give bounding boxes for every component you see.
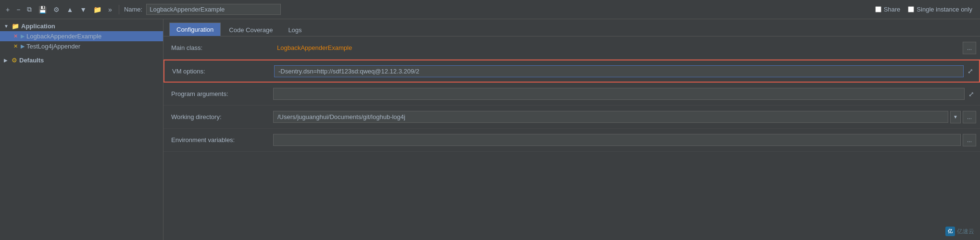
- working-dir-dropdown-button[interactable]: ▼: [950, 111, 961, 123]
- program-args-field: ⤢: [269, 86, 980, 102]
- share-label: Share: [884, 6, 901, 13]
- sidebar: ▼ 📁 Application ✕ ▶ LogbackAppenderExamp…: [0, 19, 163, 240]
- watermark-text: 亿速云: [957, 228, 974, 236]
- single-instance-label: Single instance only: [917, 6, 972, 13]
- working-dir-label: Working directory:: [163, 109, 269, 124]
- folder-button[interactable]: 📁: [91, 5, 103, 14]
- single-instance-checkbox[interactable]: [908, 6, 914, 12]
- gear-icon: ⚙: [12, 57, 17, 64]
- vm-options-input[interactable]: [274, 65, 964, 77]
- toolbar-separator: [119, 5, 119, 14]
- working-dir-input[interactable]: [273, 111, 948, 123]
- file-icon: ▶: [21, 33, 25, 39]
- down-button[interactable]: ▼: [78, 5, 88, 14]
- more-button[interactable]: »: [106, 5, 114, 14]
- remove-button[interactable]: −: [14, 5, 22, 14]
- tab-configuration[interactable]: Configuration: [169, 23, 221, 36]
- name-section: Name:: [124, 4, 872, 15]
- vm-options-row: VM options: ⤢: [163, 60, 980, 83]
- expand-icon: ▼: [4, 24, 10, 29]
- tab-code-coverage[interactable]: Code Coverage: [222, 23, 280, 36]
- sidebar-item-testlog4j[interactable]: ✕ ▶ TestLog4jAppender: [0, 41, 163, 51]
- watermark: 亿 亿速云: [945, 227, 974, 236]
- env-vars-field: ...: [269, 132, 980, 148]
- defaults-label: Defaults: [19, 57, 44, 64]
- save-button[interactable]: 💾: [37, 5, 49, 14]
- up-button[interactable]: ▲: [64, 5, 75, 14]
- share-checkbox[interactable]: [875, 6, 881, 12]
- sidebar-item-defaults[interactable]: ▶ ⚙ Defaults: [0, 55, 163, 65]
- testlog4j-item-label: TestLog4jAppender: [26, 43, 80, 50]
- working-dir-field: ▼ ...: [269, 109, 980, 125]
- copy-button[interactable]: ⧉: [25, 4, 34, 14]
- main-class-label: Main class:: [163, 40, 269, 55]
- program-args-expand-button[interactable]: ⤢: [967, 89, 976, 99]
- working-dir-row: Working directory: ▼ ...: [163, 106, 980, 129]
- main-content: ▼ 📁 Application ✕ ▶ LogbackAppenderExamp…: [0, 19, 980, 240]
- warning-badge: ✕: [13, 43, 18, 49]
- right-panel: Configuration Code Coverage Logs Main cl…: [163, 19, 980, 240]
- env-vars-label: Environment variables:: [163, 132, 269, 147]
- expand-icon2: ▶: [4, 58, 10, 63]
- program-args-row: Program arguments: ⤢: [163, 83, 980, 106]
- program-args-label: Program arguments:: [163, 86, 269, 101]
- toolbar: + − ⧉ 💾 ⚙ ▲ ▼ 📁 » Name: Share Single ins…: [0, 0, 980, 19]
- working-dir-input-group: ▼: [273, 111, 961, 123]
- tabs: Configuration Code Coverage Logs: [163, 19, 980, 36]
- logback-item-label: LogbackAppenderExample: [26, 33, 101, 40]
- vm-options-expand-button[interactable]: ⤢: [966, 66, 975, 76]
- vm-options-field: ⤢: [270, 63, 979, 79]
- env-vars-row: Environment variables: ...: [163, 129, 980, 152]
- vm-options-label: VM options:: [164, 64, 270, 79]
- share-section: Share Single instance only: [875, 6, 972, 13]
- share-checkbox-label[interactable]: Share: [875, 6, 901, 13]
- name-input[interactable]: [146, 4, 281, 15]
- single-instance-checkbox-label[interactable]: Single instance only: [908, 6, 972, 13]
- folder-icon: 📁: [12, 23, 19, 30]
- main-class-field: LogbackAppenderExample ...: [269, 40, 980, 56]
- tab-logs[interactable]: Logs: [281, 23, 309, 36]
- error-badge: ✕: [13, 33, 18, 39]
- main-class-value: LogbackAppenderExample: [273, 42, 961, 53]
- file-icon2: ▶: [21, 43, 25, 49]
- settings-button[interactable]: ⚙: [51, 5, 62, 14]
- sidebar-item-logback[interactable]: ✕ ▶ LogbackAppenderExample: [0, 31, 163, 41]
- name-label: Name:: [124, 6, 142, 13]
- env-vars-input[interactable]: [273, 134, 961, 146]
- working-dir-dots-button[interactable]: ...: [963, 111, 976, 123]
- main-class-dots-button[interactable]: ...: [963, 42, 976, 54]
- sidebar-group-defaults: ▶ ⚙ Defaults: [0, 53, 163, 67]
- add-button[interactable]: +: [4, 5, 12, 14]
- env-vars-dots-button[interactable]: ...: [963, 134, 976, 146]
- sidebar-item-application[interactable]: ▼ 📁 Application: [0, 21, 163, 31]
- config-form: Main class: LogbackAppenderExample ... V…: [163, 36, 980, 240]
- application-label: Application: [21, 23, 55, 30]
- program-args-input[interactable]: [273, 88, 965, 100]
- main-class-row: Main class: LogbackAppenderExample ...: [163, 36, 980, 60]
- sidebar-group-application: ▼ 📁 Application ✕ ▶ LogbackAppenderExamp…: [0, 19, 163, 53]
- watermark-logo: 亿: [945, 227, 955, 236]
